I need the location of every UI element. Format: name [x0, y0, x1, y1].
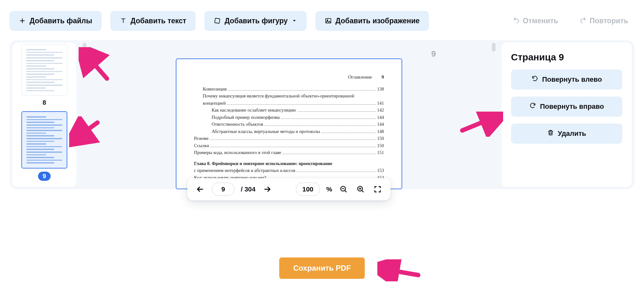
toc-row: Подробный пример полиморфизма144	[194, 114, 384, 121]
svg-rect-0	[215, 18, 220, 24]
zoom-out-button[interactable]	[338, 184, 349, 195]
add-image-label: Добавить изображение	[336, 17, 420, 25]
toc-row: Абстрактные классы, виртуальные методы и…	[194, 128, 384, 135]
rotate-right-label: Повернуть вправо	[540, 102, 604, 111]
undo-label: Отменить	[523, 17, 558, 25]
add-shape-label: Добавить фигуру	[225, 17, 288, 25]
page-actions-panel: Страница 9 Повернуть влево Повернуть впр…	[501, 42, 632, 187]
rotate-right-icon	[529, 102, 536, 111]
thumbnail-label-9: 9	[38, 172, 50, 181]
thumbnail-page-9[interactable]	[21, 111, 67, 168]
add-files-button[interactable]: Добавить файлы	[9, 11, 102, 31]
toc-row: концепцией141	[194, 100, 384, 107]
save-pdf-label: Сохранить PDF	[293, 264, 351, 272]
redo-icon	[580, 16, 586, 25]
text-icon	[120, 17, 127, 24]
page-canvas[interactable]: Оглавление 9 Композиция138Почему инкапсу…	[176, 58, 402, 189]
add-image-button[interactable]: Добавить изображение	[315, 11, 429, 31]
page-control-bar: 9 / 304 100 %	[187, 178, 391, 200]
add-shape-button[interactable]: Добавить фигуру	[204, 11, 307, 31]
svg-point-2	[327, 20, 328, 21]
plus-icon	[19, 17, 26, 24]
page-number-indicator: 9	[431, 49, 436, 59]
editor-area: 8 9 9 Оглавление 9 Композиция138Почему и…	[9, 40, 635, 189]
zoom-input[interactable]: 100	[296, 183, 320, 196]
toc-row: Глава 8. Фреймворки и повторное использо…	[194, 160, 384, 167]
panel-title: Страница 9	[511, 52, 622, 63]
image-icon	[325, 17, 332, 24]
add-text-button[interactable]: Добавить текст	[110, 11, 196, 31]
page-count: / 304	[241, 185, 256, 193]
thumbnail-page-8[interactable]	[21, 44, 67, 96]
toc-row: Композиция138	[194, 86, 384, 92]
rotate-right-button[interactable]: Повернуть вправо	[511, 97, 622, 117]
toc-row: с применением интерфейсов и абстрактных …	[194, 167, 384, 174]
shape-icon	[214, 17, 221, 24]
trash-icon	[547, 129, 554, 138]
page-header: Оглавление 9	[194, 74, 384, 80]
fullscreen-button[interactable]	[372, 184, 383, 195]
delete-label: Удалить	[558, 130, 586, 138]
delete-page-button[interactable]: Удалить	[511, 124, 622, 144]
toc-list: Композиция138Почему инкапсуляция являетс…	[194, 86, 384, 189]
toc-row: Ссылки150	[194, 142, 384, 149]
prev-page-button[interactable]	[195, 184, 206, 195]
rotate-left-label: Повернуть влево	[542, 75, 602, 84]
redo-button: Повторить	[573, 11, 635, 31]
top-toolbar: Добавить файлы Добавить текст Добавить ф…	[0, 0, 644, 40]
save-pdf-button[interactable]: Сохранить PDF	[279, 257, 364, 279]
zoom-unit: %	[326, 185, 332, 193]
current-page-input[interactable]: 9	[212, 183, 235, 196]
rotate-left-icon	[531, 75, 538, 84]
undo-icon	[513, 16, 520, 25]
toc-row: Примеры кода, использованного в этой гла…	[194, 149, 384, 156]
thumbnail-label-8: 8	[42, 99, 46, 106]
thumbnails-panel: 8 9	[12, 42, 77, 187]
bottom-bar: Сохранить PDF	[0, 249, 644, 287]
add-files-label: Добавить файлы	[30, 17, 92, 25]
page-header-number: 9	[381, 74, 384, 80]
redo-label: Повторить	[590, 17, 628, 25]
toc-row: Почему инкапсуляция является фундаментал…	[194, 92, 384, 99]
next-page-button[interactable]	[262, 184, 272, 195]
rotate-left-button[interactable]: Повернуть влево	[511, 69, 622, 90]
chevron-down-icon	[291, 18, 297, 24]
zoom-in-button[interactable]	[355, 184, 366, 195]
toc-row: Ответственность объектов144	[194, 121, 384, 128]
toc-row: Резюме150	[194, 135, 384, 142]
page-header-title: Оглавление	[348, 74, 372, 80]
toc-row: Как наследование ослабляет инкапсуляцию1…	[194, 107, 384, 113]
add-text-label: Добавить текст	[130, 17, 186, 25]
undo-button: Отменить	[507, 11, 564, 31]
page-viewer: 9 Оглавление 9 Композиция138Почему инкап…	[77, 40, 501, 189]
